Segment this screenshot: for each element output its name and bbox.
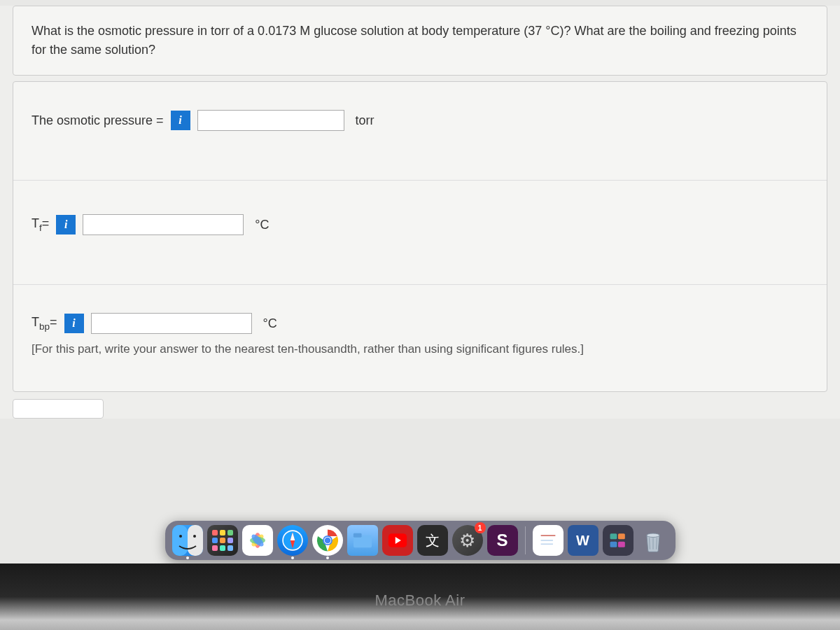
tf-label-suffix: =	[42, 216, 50, 230]
dock-indicator	[326, 556, 329, 559]
answer-section-tf: Tf= i °C	[13, 180, 827, 284]
svg-rect-25	[618, 533, 625, 539]
tbp-hint: [For this part, write your answer to the…	[31, 342, 808, 356]
info-button-tbp[interactable]: i	[64, 314, 84, 333]
partial-input-block[interactable]	[13, 399, 104, 419]
tf-label-prefix: T	[31, 216, 39, 230]
macos-dock: 文 ⚙ 1 S W	[165, 521, 676, 560]
osmotic-input[interactable]	[197, 110, 344, 131]
tbp-input[interactable]	[91, 313, 252, 334]
app-stack-icon[interactable]	[603, 525, 634, 556]
safari-icon[interactable]	[277, 525, 308, 556]
tbp-label-suffix: =	[50, 315, 57, 329]
badge-count: 1	[475, 522, 486, 533]
svg-point-3	[193, 535, 196, 538]
tbp-label-prefix: T	[31, 315, 39, 329]
info-button-osmotic[interactable]: i	[171, 111, 190, 130]
photos-icon[interactable]	[242, 525, 273, 556]
dock-indicator	[186, 556, 189, 559]
system-preferences-icon[interactable]: ⚙ 1	[452, 525, 483, 556]
svg-rect-0	[172, 525, 188, 556]
dock-wrapper: 文 ⚙ 1 S W	[0, 521, 840, 560]
trash-icon[interactable]	[638, 525, 668, 556]
dock-separator	[525, 526, 526, 554]
osmotic-label: The osmotic pressure =	[31, 113, 164, 128]
youtube-icon[interactable]	[382, 525, 413, 556]
answer-row-tbp: Tbp= i °C	[31, 313, 808, 334]
svg-rect-27	[618, 542, 625, 547]
svg-rect-17	[353, 533, 361, 538]
device-label: MacBook Air	[375, 592, 465, 610]
answer-row-tf: Tf= i °C	[31, 214, 808, 235]
tf-unit: °C	[255, 218, 269, 232]
svg-point-15	[324, 538, 330, 544]
svg-rect-24	[610, 533, 617, 539]
laptop-bezel: MacBook Air	[0, 564, 840, 630]
downloads-folder-icon[interactable]	[347, 525, 378, 556]
chrome-icon[interactable]	[312, 525, 343, 556]
tbp-label: Tbp=	[31, 315, 57, 332]
slack-icon[interactable]: S	[487, 525, 518, 556]
svg-rect-1	[188, 525, 203, 556]
dock-indicator	[291, 556, 294, 559]
tf-input[interactable]	[83, 214, 244, 235]
osmotic-unit: torr	[356, 113, 374, 128]
svg-rect-26	[610, 542, 617, 547]
answer-section-osmotic: The osmotic pressure = i torr	[13, 82, 827, 180]
notes-icon[interactable]	[533, 525, 564, 556]
svg-point-2	[179, 535, 182, 538]
translate-icon[interactable]: 文	[417, 525, 448, 556]
question-text: What is the osmotic pressure in torr of …	[31, 22, 808, 59]
tbp-label-sub: bp	[39, 321, 50, 332]
tbp-unit: °C	[263, 316, 277, 331]
answer-block: The osmotic pressure = i torr Tf= i °C T…	[13, 81, 827, 392]
launchpad-icon[interactable]	[207, 525, 238, 556]
info-button-tf[interactable]: i	[56, 215, 76, 234]
answer-section-tbp: Tbp= i °C [For this part, write your ans…	[13, 284, 827, 391]
finder-icon[interactable]	[172, 525, 203, 556]
content-area: What is the osmotic pressure in torr of …	[0, 6, 840, 419]
tf-label: Tf=	[31, 216, 49, 233]
question-block: What is the osmotic pressure in torr of …	[13, 6, 827, 76]
svg-point-28	[646, 533, 659, 537]
answer-row-osmotic: The osmotic pressure = i torr	[31, 110, 808, 131]
word-icon[interactable]: W	[568, 525, 598, 556]
